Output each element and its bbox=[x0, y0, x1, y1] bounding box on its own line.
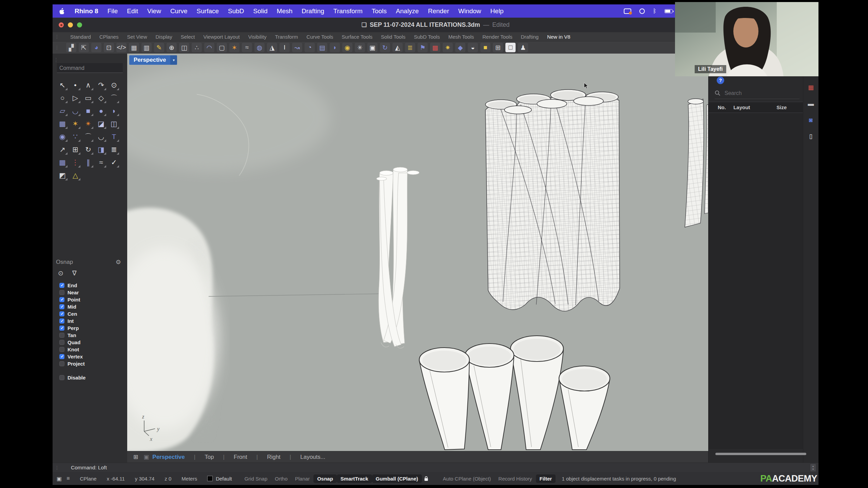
screen-record-icon[interactable] bbox=[624, 8, 631, 14]
partial-tube-object[interactable] bbox=[685, 99, 708, 227]
command-input[interactable]: Command bbox=[57, 63, 123, 73]
checkbox[interactable] bbox=[59, 340, 64, 345]
status-toggle[interactable]: Record History bbox=[495, 474, 536, 483]
chevron-down-icon[interactable]: ▾ bbox=[170, 55, 177, 65]
layers-tray-icon[interactable]: ≣ bbox=[405, 43, 415, 52]
status-toggle[interactable]: Planar bbox=[291, 474, 313, 483]
toolbar-tab[interactable]: CPlanes bbox=[99, 34, 119, 40]
viewport-name[interactable]: Perspective bbox=[129, 55, 170, 65]
point-scatter-icon[interactable]: ∴ bbox=[192, 43, 202, 52]
mesh-box-icon[interactable]: ▦ bbox=[129, 43, 139, 52]
checkbox[interactable] bbox=[59, 354, 64, 359]
toolbar-tab[interactable]: Surface Tools bbox=[342, 34, 372, 40]
checkbox[interactable] bbox=[59, 318, 64, 324]
toolbar-tab[interactable]: Mesh Tools bbox=[448, 34, 474, 40]
menu-item[interactable]: Edit bbox=[127, 7, 138, 15]
status-toggle[interactable]: Auto CPlane (Object) bbox=[439, 474, 495, 483]
gumball-box-tool[interactable]: ◨ bbox=[95, 143, 108, 156]
menu-item[interactable]: Mesh bbox=[277, 7, 292, 15]
surface-sheet-icon[interactable]: ▤ bbox=[317, 43, 327, 52]
menu-item[interactable]: Help bbox=[490, 7, 504, 15]
rotate-tool[interactable]: ↻ bbox=[82, 143, 95, 156]
toolbar-tab[interactable]: SubD Tools bbox=[414, 34, 440, 40]
cube-stack-icon[interactable]: ▞ bbox=[66, 43, 76, 52]
checkbox[interactable] bbox=[59, 375, 64, 380]
fillet-curve-tool[interactable]: ⌒ bbox=[82, 130, 95, 143]
banner-icon[interactable]: ⚑ bbox=[418, 43, 428, 52]
bend-tool[interactable]: ≈ bbox=[95, 156, 108, 169]
menu-item[interactable]: Rhino 8 bbox=[75, 7, 98, 15]
wireframe-tube-block[interactable] bbox=[485, 90, 620, 311]
sync-sphere-icon[interactable]: ◕ bbox=[91, 43, 101, 52]
sphere-tool[interactable]: ● bbox=[95, 104, 108, 117]
menu-item[interactable]: Render bbox=[428, 7, 449, 15]
drag-handle[interactable]: ⋮ bbox=[54, 57, 59, 63]
osnap-option[interactable]: Int bbox=[59, 317, 125, 325]
select-arrow-tool[interactable]: ↖ bbox=[56, 79, 69, 92]
toolbar-tab[interactable]: Solid Tools bbox=[381, 34, 405, 40]
status-toggle[interactable]: SmartTrack bbox=[337, 474, 372, 483]
copy-pages-icon[interactable]: ⊡ bbox=[104, 43, 114, 52]
drag-handle[interactable]: ⋮ bbox=[55, 34, 59, 39]
split-tool[interactable]: ◫ bbox=[108, 117, 120, 130]
status-toggle[interactable]: Filter bbox=[536, 474, 556, 483]
cplane-label[interactable]: CPlane bbox=[80, 476, 96, 482]
menu-item[interactable]: File bbox=[108, 7, 118, 15]
curve-arrow-icon[interactable]: ↝ bbox=[292, 43, 302, 52]
help-icon[interactable]: ? bbox=[717, 77, 724, 84]
mannequin-icon[interactable]: ♟ bbox=[518, 43, 528, 52]
osnap-option[interactable]: Vertex bbox=[59, 353, 125, 360]
status-toggle[interactable]: Osnap bbox=[313, 474, 337, 483]
toolbar-tab[interactable]: Select bbox=[181, 34, 195, 40]
grid-array-tool[interactable]: ▦ bbox=[56, 156, 69, 169]
menu-item[interactable]: Solid bbox=[253, 7, 268, 15]
pipe-icon[interactable]: ≈ bbox=[242, 43, 252, 52]
boolean-difference-tool[interactable]: ∵ bbox=[69, 130, 82, 143]
bluetooth-icon[interactable]: ᛒ bbox=[653, 8, 656, 15]
monitor-box-icon[interactable]: ▥ bbox=[141, 43, 152, 52]
book-surface-icon[interactable]: ◆ bbox=[455, 43, 465, 52]
layout-list-empty[interactable] bbox=[709, 113, 803, 449]
toolbar-tab[interactable]: Render Tools bbox=[482, 34, 512, 40]
column-no[interactable]: No. bbox=[718, 104, 726, 110]
current-layer[interactable]: Default bbox=[207, 476, 232, 482]
menu-item[interactable]: Curve bbox=[170, 7, 188, 15]
layer-color-swatch[interactable] bbox=[207, 476, 213, 481]
toolbar-tab[interactable]: Standard bbox=[70, 34, 91, 40]
osnap-option[interactable]: End bbox=[59, 282, 125, 289]
horizontal-scrollbar[interactable] bbox=[715, 453, 806, 455]
drag-handle[interactable]: ⋮ bbox=[55, 465, 59, 470]
array-tool[interactable]: ≣ bbox=[108, 143, 120, 156]
mirror-tool[interactable]: ∥ bbox=[82, 156, 95, 169]
selection-rect-icon[interactable]: ▢ bbox=[217, 43, 227, 52]
status-toggle[interactable]: Ortho bbox=[271, 474, 291, 483]
circle-tool[interactable]: ⊙ bbox=[108, 79, 120, 92]
scale-tool[interactable]: ⋮ bbox=[69, 156, 82, 169]
point-tool[interactable]: • bbox=[69, 79, 82, 92]
display-panel-icon[interactable]: ▬ bbox=[806, 100, 816, 108]
checkbox[interactable] bbox=[59, 311, 64, 316]
copy-tool[interactable]: ⊞ bbox=[69, 143, 82, 156]
frame-box-icon[interactable]: ▣ bbox=[367, 43, 378, 52]
cone-point-icon[interactable]: ◮ bbox=[267, 43, 277, 52]
checkbox[interactable] bbox=[59, 304, 64, 309]
filter-martini-icon[interactable]: ∇ bbox=[72, 269, 77, 277]
status-toggle[interactable]: Grid Snap bbox=[241, 474, 271, 483]
folder-icon[interactable]: ■ bbox=[480, 43, 490, 52]
cage-sphere-icon[interactable]: ✳ bbox=[355, 43, 365, 52]
toolbar-tab[interactable]: Set View bbox=[127, 34, 147, 40]
osnap-option[interactable]: Mid bbox=[59, 303, 125, 310]
text-tool[interactable]: T bbox=[108, 130, 120, 143]
menu-item[interactable]: Analyze bbox=[396, 7, 419, 15]
shaded-solids-tool[interactable]: ◩ bbox=[56, 169, 69, 182]
move-tool[interactable]: ↗ bbox=[56, 143, 69, 156]
mirror-dots-icon[interactable]: ◉ bbox=[342, 43, 352, 52]
checkbox[interactable] bbox=[59, 361, 64, 366]
command-scroll-buttons[interactable]: ▴▾ bbox=[810, 464, 816, 471]
dome-icon[interactable]: ◠ bbox=[204, 43, 214, 52]
ellipse-tool[interactable]: ○ bbox=[56, 92, 69, 104]
blend-curve-tool[interactable]: ◡ bbox=[95, 130, 108, 143]
toolbar-tab[interactable]: Drafting bbox=[521, 34, 539, 40]
pattern-sphere-icon[interactable]: ◍ bbox=[254, 43, 265, 52]
units-label[interactable]: Meters bbox=[181, 476, 197, 482]
